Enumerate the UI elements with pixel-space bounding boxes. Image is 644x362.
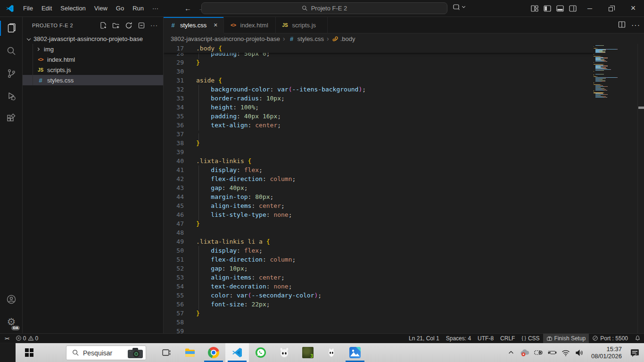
volume-icon[interactable] — [575, 343, 584, 362]
tab-index.html[interactable]: <>index.html — [224, 17, 276, 33]
search-view-icon[interactable] — [0, 40, 23, 62]
command-center-search[interactable]: Projeto F-E 2 — [201, 2, 447, 14]
file-explorer-button[interactable] — [178, 343, 202, 362]
code-line-52[interactable]: 52 gap: 10px; — [164, 264, 594, 273]
tree-item-scripts.js[interactable]: JSscripts.js — [23, 65, 163, 75]
sticky-scroll-line[interactable]: 17.body { — [164, 44, 594, 53]
code-line-56[interactable]: 56 font-size: 22px; — [164, 300, 594, 309]
collapse-folders-icon[interactable] — [136, 20, 147, 31]
code-line-42[interactable]: 42 flex-direction: column; — [164, 174, 594, 183]
code-line-37[interactable]: 37 — [164, 130, 594, 139]
minimize-button[interactable]: ─ — [579, 0, 601, 16]
code-line-33[interactable]: 33 border-radius: 10px; — [164, 94, 594, 103]
toggle-secondary-sidebar-icon[interactable] — [566, 2, 579, 15]
tray-chevron-up-icon[interactable] — [506, 343, 516, 362]
code-line-43[interactable]: 43 gap: 40px; — [164, 183, 594, 192]
notifications-bell-icon[interactable] — [631, 334, 644, 343]
start-button[interactable] — [19, 343, 40, 362]
close-button[interactable]: × — [622, 0, 644, 16]
hollow-knight-button[interactable] — [272, 343, 296, 362]
run-debug-icon[interactable] — [0, 85, 23, 107]
tree-item-index.html[interactable]: <>index.html — [23, 54, 163, 65]
split-editor-icon[interactable] — [618, 21, 626, 30]
customize-layout-icon[interactable] — [528, 2, 541, 15]
task-view-button[interactable] — [155, 343, 178, 362]
chrome-button[interactable] — [202, 343, 225, 362]
code-line-36[interactable]: 36 text-align: center; — [164, 121, 594, 130]
vscode-button[interactable] — [225, 343, 249, 362]
menu-go[interactable]: Go — [112, 0, 128, 16]
cursor-position[interactable]: Ln 21, Col 1 — [405, 334, 443, 343]
tree-item-styles.css[interactable]: #styles.css — [23, 75, 163, 85]
new-folder-icon[interactable] — [111, 20, 121, 31]
code-line-40[interactable]: 40.lixta-linkis { — [164, 156, 594, 165]
tab-styles.css[interactable]: #styles.css × — [164, 17, 224, 33]
code-line-32[interactable]: 32 background-color: var(--itens-backgro… — [164, 85, 594, 94]
whatsapp-button[interactable] — [249, 343, 272, 362]
code-line-41[interactable]: 41 display: flex; — [164, 165, 594, 174]
tab-scripts.js[interactable]: JSscripts.js — [276, 17, 328, 33]
menu-edit[interactable]: Edit — [37, 0, 56, 16]
code-line-50[interactable]: 50 display: flex; — [164, 246, 594, 255]
explorer-more-actions-icon[interactable]: ··· — [149, 20, 159, 31]
menu-view[interactable]: View — [90, 0, 112, 16]
close-tab-icon[interactable]: × — [214, 21, 217, 29]
code-line-35[interactable]: 35 padding: 40px 16px; — [164, 112, 594, 121]
code-line-34[interactable]: 34 height: 100%; — [164, 103, 594, 112]
onedrive-error-icon[interactable] — [520, 343, 529, 362]
problems-status[interactable]: 0 0 — [15, 335, 39, 342]
menu-run[interactable]: Run — [128, 0, 148, 16]
code-line-49[interactable]: 49.lixta-linkis li a { — [164, 237, 594, 246]
source-control-icon[interactable] — [0, 62, 23, 85]
code-line-46[interactable]: 46 list-style-type: none; — [164, 210, 594, 219]
code-line-48[interactable]: 48 — [164, 228, 594, 237]
indentation[interactable]: Spaces: 4 — [443, 334, 474, 343]
restore-button[interactable] — [601, 0, 622, 16]
nav-back-icon[interactable]: ← — [184, 4, 191, 12]
code-line-47[interactable]: 47} — [164, 219, 594, 228]
code-line-55[interactable]: 55 color: var(--secondary-color); — [164, 291, 594, 300]
live-server-port[interactable]: Port : 5500 — [589, 334, 631, 343]
new-file-icon[interactable] — [98, 20, 108, 31]
fnaf-button[interactable]: 3 — [296, 343, 320, 362]
finish-setup-button[interactable]: Finish Setup — [543, 334, 589, 343]
code-line-29[interactable]: 29} — [164, 58, 594, 67]
code-editor[interactable]: 17.body { 28 padding: 56px 0;29}3031asid… — [164, 44, 644, 333]
code-line-39[interactable]: 39 — [164, 148, 594, 156]
screen-record-icon[interactable] — [534, 343, 543, 362]
code-line-44[interactable]: 44 margin-top: 80px; — [164, 192, 594, 201]
breadcrumb-symbol[interactable]: .body — [332, 35, 355, 42]
code-line-45[interactable]: 45 align-items: center; — [164, 201, 594, 210]
taskbar-clock[interactable]: 15:37 08/01/2026 — [588, 346, 625, 360]
code-line-30[interactable]: 30 — [164, 67, 594, 76]
tree-root-folder[interactable]: 3802-javascript-assincrono-projeto-base — [23, 33, 163, 44]
copilot-menu[interactable] — [453, 3, 465, 11]
toggle-primary-sidebar-icon[interactable] — [541, 2, 553, 15]
code-line-59[interactable]: 59 — [164, 327, 594, 333]
breadcrumb-project[interactable]: 3802-javascript-assincrono-projeto-base — [171, 35, 280, 42]
minimap[interactable] — [594, 45, 637, 98]
tree-item-img[interactable]: img — [23, 44, 163, 54]
refresh-icon[interactable] — [124, 20, 134, 31]
battery-icon[interactable] — [547, 343, 557, 362]
menu-more[interactable]: ··· — [148, 0, 163, 16]
extensions-icon[interactable] — [0, 107, 23, 130]
hollow-knight-2-button[interactable] — [320, 343, 343, 362]
menu-selection[interactable]: Selection — [56, 0, 90, 16]
taskbar-search-box[interactable]: Pesquisar — [66, 346, 146, 360]
editor-more-actions-icon[interactable]: ··· — [631, 21, 640, 30]
code-line-38[interactable]: 38} — [164, 139, 594, 148]
settings-gear-icon[interactable]: ⚙ DA — [0, 311, 23, 333]
photos-button[interactable] — [343, 343, 367, 362]
menu-file[interactable]: File — [19, 0, 37, 16]
explorer-icon[interactable] — [0, 17, 23, 40]
code-line-57[interactable]: 57} — [164, 309, 594, 318]
code-line-58[interactable]: 58 — [164, 318, 594, 327]
wifi-icon[interactable] — [561, 343, 570, 362]
notification-center-icon[interactable] — [629, 343, 641, 362]
eol-sequence[interactable]: CRLF — [497, 334, 518, 343]
code-line-53[interactable]: 53 align-items: center; — [164, 273, 594, 282]
code-line-54[interactable]: 54 text-decoration: none; — [164, 282, 594, 291]
breadcrumb-file[interactable]: # styles.css — [288, 35, 324, 42]
code-line-51[interactable]: 51 flex-direction: column; — [164, 255, 594, 264]
